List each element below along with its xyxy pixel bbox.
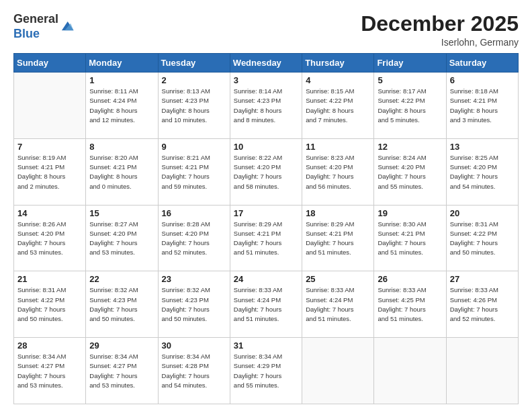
day-info-line: Daylight: 7 hours (162, 238, 226, 248)
day-info-line: Daylight: 7 hours (450, 172, 515, 181)
day-info-line: Sunset: 4:20 PM (378, 163, 442, 172)
day-info-line: Sunrise: 8:21 AM (162, 153, 226, 163)
calendar-cell: 25Sunrise: 8:33 AMSunset: 4:24 PMDayligh… (302, 271, 374, 338)
day-info-line: Sunrise: 8:34 AM (89, 352, 154, 361)
day-number: 24 (234, 274, 298, 284)
day-info-line: Daylight: 7 hours (450, 305, 515, 314)
day-number: 20 (450, 208, 515, 218)
day-info-line: Sunset: 4:22 PM (17, 295, 82, 305)
day-info-line: and 54 minutes. (450, 182, 515, 191)
day-info-line: Daylight: 8 hours (17, 172, 82, 181)
day-number: 12 (378, 142, 442, 152)
day-info-line: and 55 minutes. (234, 381, 298, 390)
day-info-line: Sunrise: 8:31 AM (17, 285, 82, 295)
day-number: 23 (162, 274, 226, 284)
day-info-line: Sunrise: 8:14 AM (234, 87, 298, 96)
day-info-line: Sunset: 4:20 PM (450, 163, 515, 172)
day-info-line: Sunset: 4:20 PM (234, 163, 298, 172)
calendar-cell: 10Sunrise: 8:22 AMSunset: 4:20 PMDayligh… (230, 138, 302, 205)
day-info-line: Sunset: 4:27 PM (17, 361, 82, 371)
day-number: 4 (306, 75, 370, 85)
day-info-line: Daylight: 7 hours (162, 172, 226, 181)
day-number: 3 (234, 75, 298, 85)
day-info-line: and 53 minutes. (89, 381, 154, 390)
day-info-line: and 51 minutes. (234, 248, 298, 257)
day-info-line: Daylight: 7 hours (162, 305, 226, 314)
day-info-line: Daylight: 7 hours (17, 238, 82, 248)
day-info-line: Sunrise: 8:34 AM (234, 352, 298, 361)
day-number: 8 (89, 142, 154, 152)
day-info-line: Sunset: 4:25 PM (378, 295, 442, 305)
day-info-line: Daylight: 7 hours (378, 305, 442, 314)
calendar-cell: 1Sunrise: 8:11 AMSunset: 4:24 PMDaylight… (86, 73, 158, 139)
day-info-line: and 50 minutes. (450, 248, 515, 257)
title-area: December 2025 Iserlohn, Germany (361, 12, 519, 48)
day-info-line: Sunset: 4:24 PM (89, 96, 154, 105)
day-info-line: Sunset: 4:21 PM (234, 229, 298, 238)
day-info-line: Sunset: 4:20 PM (89, 229, 154, 238)
day-info-line: Daylight: 8 hours (306, 106, 370, 116)
day-info-line: Sunrise: 8:24 AM (378, 153, 442, 163)
day-number: 29 (89, 340, 154, 351)
day-number: 16 (162, 208, 226, 218)
calendar-cell: 3Sunrise: 8:14 AMSunset: 4:23 PMDaylight… (230, 73, 302, 139)
day-number: 13 (450, 142, 515, 152)
day-info-line: and 50 minutes. (162, 314, 226, 324)
logo-blue: Blue (13, 27, 40, 40)
calendar-cell: 13Sunrise: 8:25 AMSunset: 4:20 PMDayligh… (446, 138, 518, 205)
day-info-line: Daylight: 7 hours (89, 305, 154, 314)
calendar-cell: 31Sunrise: 8:34 AMSunset: 4:29 PMDayligh… (230, 338, 302, 404)
day-info-line: Sunset: 4:21 PM (450, 96, 515, 105)
day-info-line: and 0 minutes. (89, 182, 154, 191)
day-info-line: Sunrise: 8:11 AM (89, 87, 154, 96)
day-info-line: Daylight: 7 hours (17, 371, 82, 381)
day-info-line: Sunrise: 8:20 AM (89, 153, 154, 163)
day-info-line: Sunset: 4:29 PM (234, 361, 298, 371)
day-info-line: Sunrise: 8:30 AM (378, 220, 442, 229)
day-info-line: Sunrise: 8:34 AM (17, 352, 82, 361)
day-info-line: Daylight: 7 hours (306, 238, 370, 248)
day-info-line: and 56 minutes. (306, 182, 370, 191)
day-info-line: Sunrise: 8:32 AM (89, 285, 154, 295)
day-info-line: and 10 minutes. (162, 116, 226, 125)
day-info-line: Daylight: 7 hours (306, 305, 370, 314)
day-info-line: Sunset: 4:21 PM (89, 163, 154, 172)
calendar-cell (446, 338, 518, 404)
day-info-line: Daylight: 7 hours (450, 238, 515, 248)
day-info-line: Sunrise: 8:13 AM (162, 87, 226, 96)
day-number: 18 (306, 208, 370, 218)
day-info-line: Sunrise: 8:29 AM (234, 220, 298, 229)
logo-general: General (13, 12, 58, 26)
day-info-line: Daylight: 8 hours (450, 106, 515, 116)
calendar-cell: 11Sunrise: 8:23 AMSunset: 4:20 PMDayligh… (302, 138, 374, 205)
calendar-cell: 16Sunrise: 8:28 AMSunset: 4:20 PMDayligh… (158, 205, 230, 271)
day-info-line: Daylight: 7 hours (89, 238, 154, 248)
day-info-line: Sunrise: 8:25 AM (450, 153, 515, 163)
calendar-cell: 2Sunrise: 8:13 AMSunset: 4:23 PMDaylight… (158, 73, 230, 139)
day-info-line: Sunset: 4:20 PM (162, 229, 226, 238)
day-info-line: and 12 minutes. (89, 116, 154, 125)
day-info-line: Daylight: 7 hours (234, 238, 298, 248)
day-number: 7 (17, 142, 82, 152)
page: General Blue December 2025 Iserlohn, Ger… (0, 0, 532, 411)
day-info-line: Sunset: 4:20 PM (17, 229, 82, 238)
calendar-cell: 21Sunrise: 8:31 AMSunset: 4:22 PMDayligh… (14, 271, 86, 338)
calendar-cell: 5Sunrise: 8:17 AMSunset: 4:22 PMDaylight… (374, 73, 446, 139)
day-info-line: Sunset: 4:20 PM (306, 163, 370, 172)
calendar-cell: 14Sunrise: 8:26 AMSunset: 4:20 PMDayligh… (14, 205, 86, 271)
day-info-line: and 51 minutes. (234, 314, 298, 324)
day-info-line: and 54 minutes. (162, 381, 226, 390)
calendar-week-row: 7Sunrise: 8:19 AMSunset: 4:21 PMDaylight… (14, 138, 519, 205)
day-info-line: Daylight: 7 hours (378, 238, 442, 248)
day-info-line: Daylight: 8 hours (89, 106, 154, 116)
day-info-line: and 5 minutes. (378, 116, 442, 125)
day-info-line: Daylight: 8 hours (378, 106, 442, 116)
calendar-cell (302, 338, 374, 404)
calendar-cell: 27Sunrise: 8:33 AMSunset: 4:26 PMDayligh… (446, 271, 518, 338)
day-info-line: Sunset: 4:22 PM (378, 96, 442, 105)
logo: General Blue (13, 12, 75, 41)
day-info-line: Sunset: 4:28 PM (162, 361, 226, 371)
calendar-cell: 17Sunrise: 8:29 AMSunset: 4:21 PMDayligh… (230, 205, 302, 271)
day-info-line: Sunrise: 8:32 AM (162, 285, 226, 295)
day-info-line: and 53 minutes. (17, 248, 82, 257)
